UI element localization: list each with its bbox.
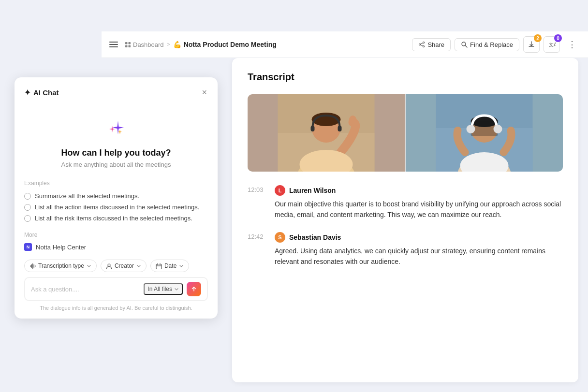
speaker-col-2: S Sebastian Davis Agreed. Using data ana… <box>275 232 563 267</box>
example-item-1[interactable]: Summarize all the selected meetings. <box>24 190 208 202</box>
chevron-down-icon-4 <box>174 287 179 291</box>
timestamp-1: 12:03 <box>248 185 267 220</box>
breadcrumb-separator: > <box>167 41 170 48</box>
disclaimer: The dialogue info is all generated by AI… <box>24 305 208 311</box>
welcome-title: How can I help you today? <box>24 148 208 158</box>
svg-line-8 <box>421 45 423 46</box>
transcript-text-1: Our main objective this quarter is to bo… <box>275 199 563 220</box>
hamburger-button[interactable] <box>107 40 120 49</box>
chat-input[interactable] <box>31 286 140 293</box>
date-filter[interactable]: Date <box>150 260 189 272</box>
help-icon: N <box>24 243 32 251</box>
page-title: 💪 Notta Product Demo Meeting <box>173 41 277 48</box>
svg-rect-13 <box>31 264 32 268</box>
transcript-title: Transcript <box>248 72 563 83</box>
more-section: More N Notta Help Center <box>24 232 208 252</box>
speaker-header-2: S Sebastian Davis <box>275 232 563 243</box>
download-badge: 2 <box>534 34 542 42</box>
breadcrumb: Dashboard > 💪 Notta Product Demo Meeting <box>125 41 277 48</box>
transcript-entry-1: 12:03 L Lauren Wilson Our main objective… <box>248 185 563 220</box>
meeting-image-left <box>248 94 405 172</box>
svg-rect-15 <box>34 264 35 268</box>
send-button[interactable] <box>187 282 201 296</box>
calendar-icon <box>156 263 162 269</box>
svg-point-38 <box>494 125 502 133</box>
meeting-image <box>248 94 563 172</box>
svg-rect-16 <box>35 265 36 267</box>
title-emoji: 💪 <box>173 41 181 48</box>
example-dot-3 <box>24 215 31 222</box>
chevron-down-icon-2 <box>136 263 141 268</box>
more-label: More <box>24 232 208 238</box>
chat-input-wrapper: In All files <box>24 277 208 301</box>
svg-line-10 <box>465 45 467 47</box>
svg-rect-27 <box>311 126 315 131</box>
example-dot-2 <box>24 204 31 211</box>
speaker-name-1: Lauren Wilson <box>289 187 336 194</box>
svg-point-4 <box>423 42 425 44</box>
person-icon <box>106 263 112 269</box>
creator-filter[interactable]: Creator <box>101 260 147 272</box>
timestamp-2: 12:42 <box>248 232 267 267</box>
svg-rect-18 <box>156 264 162 269</box>
svg-rect-12 <box>30 265 31 267</box>
svg-rect-14 <box>32 263 33 269</box>
transcript-panel: Transcript <box>232 58 578 382</box>
find-replace-button[interactable]: Find & Replace <box>455 38 519 51</box>
in-all-files-button[interactable]: In All files <box>144 283 183 295</box>
panel-header: ✦ AI Chat × <box>24 87 208 98</box>
svg-point-5 <box>419 44 421 45</box>
waveform-icon <box>29 263 36 269</box>
header: Dashboard > 💪 Notta Product Demo Meeting… <box>102 31 588 58</box>
header-left: Dashboard > 💪 Notta Product Demo Meeting <box>107 40 277 49</box>
speaker-name-2: Sebastian Davis <box>289 233 341 241</box>
speaker-header-1: L Lauren Wilson <box>275 185 563 196</box>
meeting-image-right <box>406 94 563 172</box>
svg-text:文A: 文A <box>549 42 556 47</box>
header-right: Share Find & Replace 2 文A 0 ⋮ <box>412 36 580 53</box>
svg-point-37 <box>467 125 475 133</box>
share-button[interactable]: Share <box>412 38 451 51</box>
chevron-down-icon-3 <box>179 263 184 268</box>
more-options-button[interactable]: ⋮ <box>564 36 580 53</box>
download-button[interactable]: 2 <box>523 36 540 53</box>
svg-point-17 <box>108 264 110 266</box>
ai-chat-panel: ✦ AI Chat × How can I help you today? As… <box>15 77 218 319</box>
svg-rect-28 <box>338 126 342 131</box>
example-item-3[interactable]: List all the risk items discussed in the… <box>24 213 208 224</box>
chevron-down-icon <box>87 263 91 268</box>
input-area: In All files The dialogue info is all ge… <box>24 277 208 311</box>
welcome-section: How can I help you today? Ask me anythin… <box>24 107 208 180</box>
svg-point-6 <box>423 46 425 47</box>
transcript-text-2: Agreed. Using data analytics, we can qui… <box>275 246 563 267</box>
svg-line-7 <box>421 43 423 44</box>
sparkle-icon: ✦ <box>24 88 30 97</box>
translate-badge: 0 <box>554 34 562 42</box>
svg-rect-2 <box>125 45 128 47</box>
help-center-link[interactable]: N Notta Help Center <box>24 242 208 252</box>
svg-point-29 <box>349 116 357 125</box>
svg-rect-3 <box>129 45 131 47</box>
example-dot-1 <box>24 193 31 200</box>
examples-section: Examples Summarize all the selected meet… <box>24 180 208 224</box>
close-button[interactable]: × <box>201 87 208 98</box>
avatar-1: L <box>275 185 285 196</box>
filter-pills: Transcription type Creator Date <box>24 260 208 272</box>
examples-label: Examples <box>24 180 208 187</box>
panel-title: ✦ AI Chat <box>24 88 59 97</box>
example-item-2[interactable]: List all the action items discussed in t… <box>24 202 208 213</box>
transcript-entry-2: 12:42 S Sebastian Davis Agreed. Using da… <box>248 232 563 267</box>
transcription-type-filter[interactable]: Transcription type <box>24 260 97 272</box>
translate-button[interactable]: 文A 0 <box>544 36 560 53</box>
avatar-2: S <box>275 232 285 243</box>
sparkle-graphic <box>24 117 208 142</box>
svg-rect-1 <box>129 42 131 44</box>
speaker-col-1: L Lauren Wilson Our main objective this … <box>275 185 563 220</box>
breadcrumb-home[interactable]: Dashboard <box>125 41 164 48</box>
welcome-subtitle: Ask me anything about all the meetings <box>24 161 208 168</box>
svg-rect-0 <box>125 42 128 44</box>
